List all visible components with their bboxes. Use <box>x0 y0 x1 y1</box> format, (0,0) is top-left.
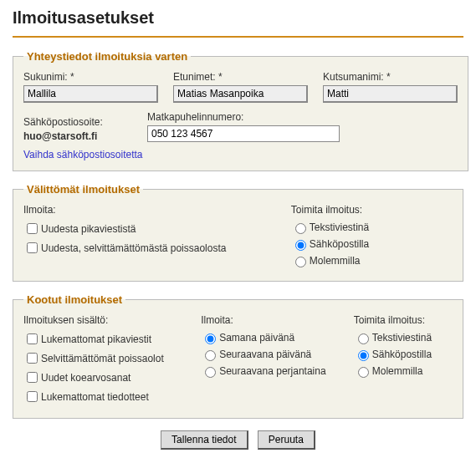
aggregate-legend: Kootut ilmoitukset <box>23 293 125 306</box>
nickname-input[interactable] <box>323 85 458 103</box>
aggregate-content-label: Lukemattomat pikaviestit <box>41 333 151 345</box>
aggregate-when-label: Seuraavana perjantaina <box>219 365 325 377</box>
lastname-input[interactable] <box>23 85 158 103</box>
aggregate-content-row: Selvittämättömät poissaolot <box>23 350 184 366</box>
aggregate-when-radio[interactable] <box>205 350 216 361</box>
instant-deliver-header: Toimita ilmoitus: <box>291 204 453 216</box>
contact-legend: Yhteystiedot ilmoituksia varten <box>23 50 191 63</box>
aggregate-delivery-radio[interactable] <box>358 350 369 361</box>
lastname-label: Sukunimi: * <box>23 71 158 83</box>
phone-label: Matkapuhelinnumero: <box>147 111 340 123</box>
instant-delivery-radio[interactable] <box>295 257 306 267</box>
aggregate-delivery-row: Molemmilla <box>354 364 453 378</box>
instant-delivery-label: Sähköpostilla <box>310 238 369 250</box>
email-label: Sähköpostiosoite: <box>23 116 132 128</box>
aggregate-delivery-label: Tekstiviestinä <box>372 332 432 344</box>
instant-notify-label: Uudesta, selvittämättömästä poissaolosta <box>41 242 226 254</box>
save-button[interactable]: Tallenna tiedot <box>161 430 248 450</box>
aggregate-content-header: Ilmoituksen sisältö: <box>23 314 184 326</box>
instant-delivery-label: Tekstiviestinä <box>310 221 369 233</box>
phone-input[interactable] <box>147 125 340 142</box>
aggregate-content-checkbox[interactable] <box>27 353 38 364</box>
instant-delivery-radio[interactable] <box>295 240 306 251</box>
aggregate-content-row: Lukemattomat pikaviestit <box>23 331 184 347</box>
aggregate-notify-header: Ilmoita: <box>201 314 337 326</box>
email-value: huo@starsoft.fi <box>23 130 132 142</box>
cancel-button[interactable]: Peruuta <box>258 430 315 450</box>
instant-delivery-row: Sähköpostilla <box>291 237 453 251</box>
aggregate-delivery-label: Molemmilla <box>372 365 423 377</box>
aggregate-delivery-radio[interactable] <box>358 333 369 344</box>
aggregate-when-label: Seuraavana päivänä <box>219 349 311 360</box>
aggregate-when-row: Samana päivänä <box>201 331 337 344</box>
aggregate-content-checkbox[interactable] <box>27 372 38 383</box>
aggregate-when-radio[interactable] <box>205 333 216 344</box>
aggregate-content-label: Lukemattomat tiedotteet <box>41 391 149 403</box>
aggregate-content-label: Uudet koearvosanat <box>41 372 131 384</box>
aggregate-fieldset: Kootut ilmoitukset Ilmoituksen sisältö: … <box>13 293 463 419</box>
aggregate-content-label: Selvittämättömät poissaolot <box>41 353 164 364</box>
aggregate-delivery-row: Sähköpostilla <box>354 348 453 361</box>
change-email-link[interactable]: Vaihda sähköpostiosoitetta <box>23 149 143 160</box>
firstname-label: Etunimet: * <box>173 71 308 83</box>
aggregate-content-checkbox[interactable] <box>27 333 38 344</box>
instant-notify-header: Ilmoita: <box>23 204 266 216</box>
instant-legend: Välittömät ilmoitukset <box>23 183 143 196</box>
aggregate-when-radio[interactable] <box>205 367 216 378</box>
instant-delivery-label: Molemmilla <box>310 255 361 267</box>
instant-notify-checkbox[interactable] <box>27 242 38 253</box>
contact-fieldset: Yhteystiedot ilmoituksia varten Sukunimi… <box>13 50 468 171</box>
aggregate-content-row: Uudet koearvosanat <box>23 369 184 385</box>
aggregate-when-row: Seuraavana perjantaina <box>201 364 337 378</box>
aggregate-delivery-radio[interactable] <box>358 367 369 378</box>
instant-delivery-row: Molemmilla <box>291 254 453 267</box>
aggregate-when-label: Samana päivänä <box>219 332 294 344</box>
nickname-label: Kutsumanimi: * <box>323 71 458 83</box>
instant-fieldset: Välittömät ilmoitukset Ilmoita: Uudesta … <box>13 183 463 282</box>
instant-delivery-row: Tekstiviestinä <box>291 221 453 234</box>
page-title: Ilmoitusasetukset <box>13 8 463 28</box>
divider <box>13 36 463 38</box>
instant-notify-checkbox[interactable] <box>27 223 38 234</box>
aggregate-when-row: Seuraavana päivänä <box>201 348 337 361</box>
instant-delivery-radio[interactable] <box>295 223 306 234</box>
aggregate-delivery-row: Tekstiviestinä <box>354 331 453 344</box>
aggregate-content-checkbox[interactable] <box>27 391 38 402</box>
aggregate-deliver-header: Toimita ilmoitus: <box>354 314 453 326</box>
instant-notify-row: Uudesta pikaviestistä <box>23 221 266 237</box>
aggregate-content-row: Lukemattomat tiedotteet <box>23 389 184 405</box>
firstname-input[interactable] <box>173 85 308 103</box>
instant-notify-label: Uudesta pikaviestistä <box>41 223 136 235</box>
aggregate-delivery-label: Sähköpostilla <box>372 349 432 360</box>
instant-notify-row: Uudesta, selvittämättömästä poissaolosta <box>23 240 266 256</box>
